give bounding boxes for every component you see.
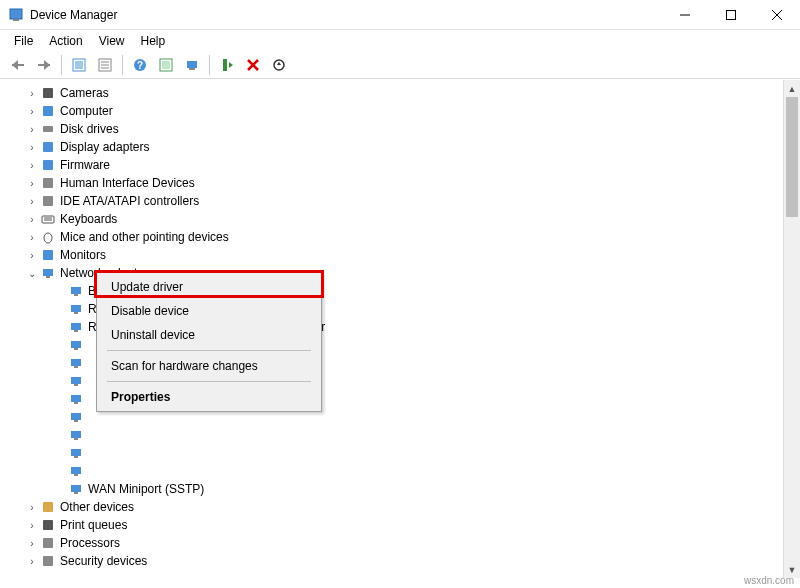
hid-icon	[40, 175, 56, 191]
svg-rect-56	[71, 413, 81, 420]
svg-rect-22	[223, 59, 227, 71]
tree-label: WAN Miniport (SSTP)	[88, 482, 204, 496]
svg-point-38	[44, 233, 52, 243]
tree-category-cpu[interactable]: ›Processors	[12, 534, 792, 552]
disk-icon	[40, 121, 56, 137]
show-hidden-button[interactable]	[67, 53, 91, 77]
svg-rect-0	[10, 9, 22, 19]
scrollbar-thumb[interactable]	[786, 97, 798, 217]
expand-arrow-icon[interactable]: ›	[26, 250, 38, 261]
svg-rect-57	[74, 420, 78, 422]
tree-category-firmware[interactable]: ›Firmware	[12, 156, 792, 174]
camera-icon	[40, 85, 56, 101]
enable-device-button[interactable]	[215, 53, 239, 77]
firmware-icon	[40, 157, 56, 173]
expand-arrow-icon[interactable]: ›	[26, 160, 38, 171]
svg-rect-40	[43, 269, 53, 276]
tree-category-camera[interactable]: ›Cameras	[12, 84, 792, 102]
expand-arrow-icon[interactable]: ›	[26, 520, 38, 531]
cpu-icon	[40, 535, 56, 551]
tree-device-network-10[interactable]	[12, 462, 792, 480]
tree-category-keyboard[interactable]: ›Keyboards	[12, 210, 792, 228]
network-adapter-icon	[68, 301, 84, 317]
menu-file[interactable]: File	[6, 32, 41, 50]
tree-device-network-9[interactable]	[12, 444, 792, 462]
expand-arrow-icon[interactable]: ›	[26, 538, 38, 549]
svg-rect-65	[74, 492, 78, 494]
expand-arrow-icon[interactable]: ›	[26, 502, 38, 513]
expand-arrow-icon[interactable]: ›	[26, 124, 38, 135]
menu-help[interactable]: Help	[133, 32, 174, 50]
ctx-properties[interactable]: Properties	[99, 385, 319, 409]
menu-action[interactable]: Action	[41, 32, 90, 50]
properties-button[interactable]	[93, 53, 117, 77]
ctx-disable-device[interactable]: Disable device	[99, 299, 319, 323]
tree-label: Security devices	[60, 554, 147, 568]
tree-category-security[interactable]: ›Security devices	[12, 552, 792, 570]
expand-arrow-icon[interactable]: ›	[26, 214, 38, 225]
expand-arrow-icon[interactable]: ›	[26, 196, 38, 207]
update-driver-button[interactable]	[180, 53, 204, 77]
back-button[interactable]	[6, 53, 30, 77]
toolbar-separator	[209, 55, 210, 75]
vertical-scrollbar[interactable]: ▲ ▼	[783, 80, 800, 578]
expand-arrow-icon[interactable]: ⌄	[26, 268, 38, 279]
tree-label: Keyboards	[60, 212, 117, 226]
scan-hardware-button[interactable]	[267, 53, 291, 77]
tree-label: Human Interface Devices	[60, 176, 195, 190]
close-button[interactable]	[754, 0, 800, 29]
tree-category-disk[interactable]: ›Disk drives	[12, 120, 792, 138]
disable-device-button[interactable]	[241, 53, 265, 77]
tree-category-other[interactable]: ›Other devices	[12, 498, 792, 516]
scroll-up-button[interactable]: ▲	[784, 80, 800, 97]
watermark: wsxdn.com	[744, 575, 794, 586]
forward-button[interactable]	[32, 53, 56, 77]
tree-category-display[interactable]: ›Display adapters	[12, 138, 792, 156]
tree-category-computer[interactable]: ›Computer	[12, 102, 792, 120]
expand-arrow-icon[interactable]: ›	[26, 556, 38, 567]
svg-rect-48	[71, 341, 81, 348]
tree-category-printer[interactable]: ›Print queues	[12, 516, 792, 534]
maximize-button[interactable]	[708, 0, 754, 29]
ctx-update-driver[interactable]: Update driver	[99, 275, 319, 299]
tree-category-ide[interactable]: ›IDE ATA/ATAPI controllers	[12, 192, 792, 210]
ctx-separator	[107, 381, 311, 382]
help-button[interactable]: ?	[128, 53, 152, 77]
expand-arrow-icon[interactable]: ›	[26, 232, 38, 243]
tree-device-network-8[interactable]	[12, 426, 792, 444]
refresh-button[interactable]	[154, 53, 178, 77]
menu-view[interactable]: View	[91, 32, 133, 50]
svg-rect-66	[43, 502, 53, 512]
svg-rect-53	[74, 384, 78, 386]
tree-label: IDE ATA/ATAPI controllers	[60, 194, 199, 208]
network-adapter-icon	[68, 355, 84, 371]
svg-marker-27	[277, 62, 281, 65]
svg-rect-59	[74, 438, 78, 440]
ctx-scan-hardware[interactable]: Scan for hardware changes	[99, 354, 319, 378]
svg-rect-69	[43, 556, 53, 566]
svg-rect-1	[13, 19, 19, 21]
expand-arrow-icon[interactable]: ›	[26, 178, 38, 189]
window-controls	[662, 0, 800, 29]
expand-arrow-icon[interactable]: ›	[26, 142, 38, 153]
printer-icon	[40, 517, 56, 533]
menubar: File Action View Help	[0, 30, 800, 51]
svg-rect-60	[71, 449, 81, 456]
svg-rect-61	[74, 456, 78, 458]
svg-rect-55	[74, 402, 78, 404]
svg-rect-68	[43, 538, 53, 548]
svg-rect-39	[43, 250, 53, 260]
expand-arrow-icon[interactable]: ›	[26, 88, 38, 99]
computer-icon	[40, 103, 56, 119]
window-title: Device Manager	[30, 8, 662, 22]
tree-category-monitor[interactable]: ›Monitors	[12, 246, 792, 264]
svg-rect-58	[71, 431, 81, 438]
tree-device-network-11[interactable]: WAN Miniport (SSTP)	[12, 480, 792, 498]
tree-category-mouse[interactable]: ›Mice and other pointing devices	[12, 228, 792, 246]
ctx-uninstall-device[interactable]: Uninstall device	[99, 323, 319, 347]
expand-arrow-icon[interactable]: ›	[26, 106, 38, 117]
minimize-button[interactable]	[662, 0, 708, 29]
svg-rect-34	[43, 196, 53, 206]
toolbar-separator	[61, 55, 62, 75]
tree-category-hid[interactable]: ›Human Interface Devices	[12, 174, 792, 192]
